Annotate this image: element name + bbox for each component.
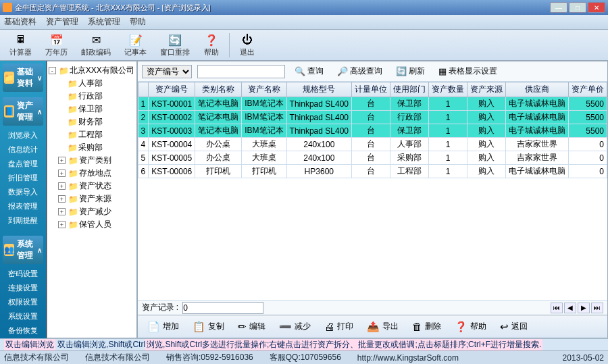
back-button[interactable]: ↩返回	[496, 319, 532, 335]
collapse-icon[interactable]: -	[49, 67, 56, 74]
expand-icon[interactable]: +	[58, 221, 66, 228]
tree-node[interactable]: 📁人事部	[49, 77, 135, 90]
nav-last[interactable]: ⏭	[591, 303, 603, 313]
nav-prev[interactable]: ◀	[564, 303, 576, 313]
search-button[interactable]: 🔍查询	[290, 64, 328, 78]
search-field-select[interactable]: 资产编号	[142, 65, 192, 78]
refresh-icon: 🔄	[396, 66, 407, 76]
tool-help[interactable]: ❓帮助	[198, 31, 225, 59]
close-button[interactable]: ✕	[588, 2, 605, 13]
sidebar-item[interactable]: 信息统计	[7, 142, 43, 157]
tool-postcode[interactable]: ✉邮政编码	[76, 31, 116, 59]
tool-calendar[interactable]: 📅万年历	[40, 31, 73, 59]
folder-icon: 📁	[68, 79, 77, 88]
data-grid[interactable]: 资产编号类别名称资产名称规格型号计量单位使用部门资产数量资产来源供应商资产单价1…	[138, 82, 607, 300]
sidebar-item[interactable]: 系统设置	[7, 309, 43, 323]
main-panel: 资产编号 🔍查询 🔎高级查询 🔄刷新 ▦表格显示设置 资产编号类别名称资产名称规…	[137, 61, 608, 338]
record-input[interactable]	[182, 302, 263, 314]
reduce-button[interactable]: ➖减少	[275, 319, 315, 335]
copy-button[interactable]: 📋复制	[188, 319, 228, 335]
minimize-button[interactable]: —	[550, 2, 567, 13]
menu-base[interactable]: 基础资料	[4, 16, 36, 28]
tool-window[interactable]: 🔄窗口重排	[155, 31, 195, 59]
tree-node[interactable]: +📁资产类别	[49, 154, 135, 167]
add-icon: 📄	[147, 321, 160, 333]
expand-icon[interactable]: +	[58, 170, 66, 177]
export-button[interactable]: 📤导出	[363, 319, 403, 335]
tree-node[interactable]: 📁工程部	[49, 128, 135, 141]
tree-node[interactable]: 📁行政部	[49, 90, 135, 103]
table-row[interactable]: 5KST-00005办公桌大班桌240x100台采购部1购入吉家家世界0	[138, 151, 607, 165]
column-header[interactable]: 资产名称	[242, 82, 286, 97]
search-input[interactable]	[197, 65, 285, 78]
help-button[interactable]: ❓帮助	[451, 319, 490, 335]
column-header[interactable]: 资产数量	[429, 82, 467, 97]
sidebar-header-base[interactable]: 📁基础资料∨	[3, 63, 43, 92]
expand-icon[interactable]: +	[58, 195, 66, 203]
column-header[interactable]: 资产来源	[467, 82, 506, 97]
menu-help[interactable]: 帮助	[130, 16, 146, 28]
table-row[interactable]: 4KST-00004办公桌大班桌240x100台人事部1购入吉家家世界0	[138, 138, 607, 151]
table-row[interactable]: 1KST-00001笔记本电脑IBM笔记本Thinkpad SL400台保卫部1…	[138, 97, 607, 111]
menu-system[interactable]: 系统管理	[88, 16, 120, 28]
status-qq: 客服QQ:107059656	[270, 352, 341, 363]
delete-button[interactable]: 🗑删除	[408, 319, 445, 334]
refresh-button[interactable]: 🔄刷新	[392, 64, 429, 78]
maximize-button[interactable]: □	[569, 2, 586, 13]
column-header[interactable]: 规格型号	[286, 82, 351, 97]
sidebar-item[interactable]: 浏览录入	[7, 128, 43, 142]
status-company2: 信息技术有限公司	[85, 352, 150, 363]
app-icon	[3, 3, 12, 12]
sidebar-item[interactable]: 报表管理	[7, 199, 43, 213]
menu-asset[interactable]: 资产管理	[46, 16, 78, 28]
column-header[interactable]: 计量单位	[352, 82, 390, 97]
edit-icon: ✏	[238, 321, 247, 333]
column-header[interactable]: 资产编号	[149, 82, 195, 97]
sidebar-header-asset[interactable]: 📘资产管理∧	[3, 97, 43, 126]
tool-notepad[interactable]: 📝记事本	[119, 31, 152, 59]
tree-node[interactable]: 📁采购部	[49, 141, 135, 154]
tree-node[interactable]: 📁保卫部	[49, 103, 135, 115]
chevron-up-icon: ∧	[37, 246, 42, 254]
tree-node[interactable]: +📁保管人员	[49, 218, 135, 231]
tree-node[interactable]: +📁资产来源	[49, 192, 135, 205]
columns-button[interactable]: ▦表格显示设置	[434, 64, 501, 78]
sidebar-item[interactable]: 数据导入	[7, 185, 43, 199]
tool-calculator[interactable]: 🖩计算器	[4, 31, 37, 59]
edit-button[interactable]: ✏编辑	[234, 319, 270, 335]
minus-icon: ➖	[279, 321, 292, 333]
folder-icon: 📁	[68, 118, 77, 127]
tree-node[interactable]: 📁财务部	[49, 115, 135, 128]
column-header[interactable]: 类别名称	[195, 82, 242, 97]
column-header[interactable]: 供应商	[506, 82, 569, 97]
folder-icon: 📁	[68, 194, 78, 204]
table-row[interactable]: 3KST-00003笔记本电脑IBM笔记本Thinkpad SL400台保卫部1…	[138, 124, 607, 138]
add-button[interactable]: 📄增加	[143, 319, 183, 335]
print-button[interactable]: 🖨打印	[320, 319, 357, 334]
column-header[interactable]: 资产单价	[569, 82, 607, 97]
advanced-search-button[interactable]: 🔎高级查询	[333, 64, 386, 78]
tool-exit[interactable]: ⏻退出	[234, 31, 261, 59]
tree-node[interactable]: +📁资产状态	[49, 180, 135, 192]
sidebar-item[interactable]: 连接设置	[7, 281, 43, 295]
tree-node[interactable]: +📁存放地点	[49, 167, 135, 180]
tree-node[interactable]: -📁北京XXX有限公司	[49, 64, 135, 77]
expand-icon[interactable]: +	[58, 182, 66, 190]
back-icon: ↩	[500, 321, 509, 333]
column-header[interactable]: 使用部门	[390, 82, 429, 97]
sidebar-item[interactable]: 备份恢复	[7, 323, 43, 338]
tree-node[interactable]: +📁资产减少	[49, 205, 135, 218]
record-nav: ⏮ ◀ ▶ ⏭	[551, 303, 603, 313]
nav-first[interactable]: ⏮	[551, 303, 563, 313]
sidebar-item[interactable]: 权限设置	[7, 295, 43, 309]
sidebar-item[interactable]: 盘点管理	[7, 157, 43, 171]
sidebar-item[interactable]: 密码设置	[7, 267, 43, 281]
expand-icon[interactable]: +	[58, 208, 66, 215]
sidebar-item[interactable]: 折旧管理	[7, 171, 43, 185]
sidebar-header-system[interactable]: 👥系统管理∧	[3, 236, 43, 264]
table-row[interactable]: 6KST-00006打印机打印机HP3600台工程部1购入电子城诚林电脑0	[138, 165, 607, 178]
table-row[interactable]: 2KST-00002笔记本电脑IBM笔记本Thinkpad SL400台行政部1…	[138, 111, 607, 124]
sidebar-item[interactable]: 到期提醒	[7, 213, 43, 228]
expand-icon[interactable]: +	[58, 157, 66, 164]
nav-next[interactable]: ▶	[578, 303, 590, 313]
